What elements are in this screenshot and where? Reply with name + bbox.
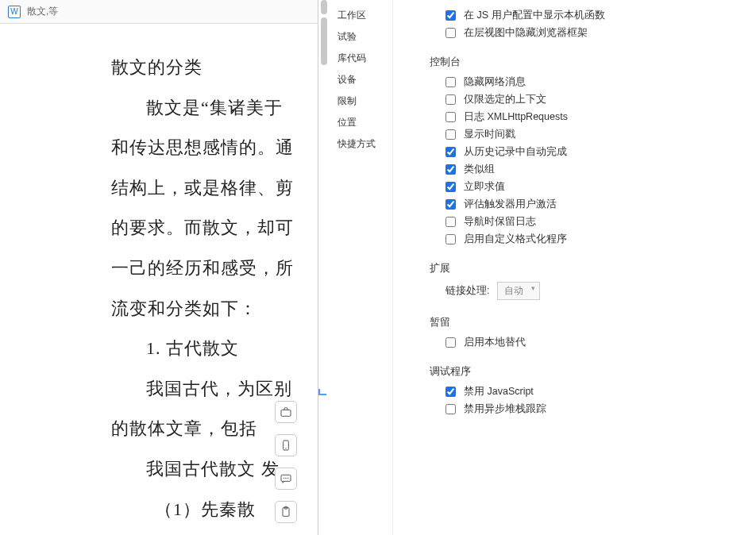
checkbox[interactable] [446, 164, 456, 175]
svg-rect-0 [281, 410, 291, 416]
checkbox[interactable] [446, 387, 456, 397]
doc-line: 1. 古代散文 [111, 329, 302, 369]
option-disable-async-stack[interactable]: 禁用异步堆栈跟踪 [446, 402, 748, 416]
doc-line: 结构上，或是格律、剪 [111, 168, 302, 209]
settings-sidebar: 工作区 试验 库代码 设备 限制 位置 快捷方式 [330, 0, 393, 535]
option-label: 隐藏网络消息 [464, 75, 526, 89]
checkbox[interactable] [446, 182, 456, 192]
devtools-pane: 工作区 试验 库代码 设备 限制 位置 快捷方式 在 JS 用户配置中显示本机函… [318, 0, 756, 535]
mobile-icon[interactable] [275, 434, 297, 456]
checkbox[interactable] [446, 404, 456, 414]
sidebar-item-library[interactable]: 库代码 [330, 48, 392, 69]
briefcase-icon[interactable] [275, 401, 297, 423]
word-file-icon: W [8, 6, 21, 18]
section-console: 控制台 [430, 56, 748, 69]
doc-line: 流变和分类如下： [111, 289, 302, 329]
option-label: 导航时保留日志 [464, 215, 536, 229]
option-hide-chrome-frame[interactable]: 在层视图中隐藏浏览器框架 [446, 26, 748, 40]
chat-icon[interactable] [275, 468, 297, 490]
option-label: 从历史记录中自动完成 [464, 145, 567, 159]
checkbox[interactable] [446, 10, 456, 21]
svg-point-5 [286, 478, 287, 479]
option-label: 在 JS 用户配置中显示本机函数 [464, 9, 605, 22]
sidebar-item-experiments[interactable]: 试验 [330, 26, 392, 48]
doc-line: 包括诸子散文 万 [111, 529, 302, 535]
option-label: 立即求值 [464, 180, 505, 194]
option-disable-js[interactable]: 禁用 JavaScript [446, 385, 748, 398]
option-label: 日志 XMLHttpRequests [464, 110, 568, 124]
option-log-xhr[interactable]: 日志 XMLHttpRequests [446, 110, 748, 124]
devtools-scrollbar[interactable] [321, 0, 327, 535]
option-autocomplete-history[interactable]: 从历史记录中自动完成 [446, 145, 748, 159]
section-persistence: 暂留 [430, 316, 748, 329]
option-timestamps[interactable]: 显示时间戳 [446, 128, 748, 141]
settings-content: 在 JS 用户配置中显示本机函数 在层视图中隐藏浏览器框架 控制台 隐藏网络消息… [398, 0, 756, 535]
option-preserve-log[interactable]: 导航时保留日志 [446, 215, 748, 229]
checkbox[interactable] [446, 112, 456, 122]
section-extensions: 扩展 [430, 262, 748, 275]
svg-point-4 [284, 478, 284, 479]
option-label: 启用自定义格式化程序 [464, 233, 567, 246]
option-user-activation[interactable]: 评估触发器用户激活 [446, 198, 748, 211]
option-custom-formatters[interactable]: 启用自定义格式化程序 [446, 233, 748, 246]
doc-line: 和传达思想感情的。通 [111, 128, 302, 168]
document-title: 散文,等 [27, 5, 58, 18]
option-label: 启用本地替代 [464, 336, 526, 349]
sidebar-item-shortcuts[interactable]: 快捷方式 [330, 133, 392, 155]
document-pane: W 散文,等 散文的分类 散文是“集诸美于 和传达思想感情的。通 结构上，或是格… [0, 0, 318, 535]
option-local-overrides[interactable]: 启用本地替代 [446, 336, 748, 349]
doc-line: 散文是“集诸美于 [111, 88, 302, 129]
svg-point-6 [287, 478, 288, 479]
floating-toolbar [270, 401, 302, 523]
option-selected-context[interactable]: 仅限选定的上下文 [446, 93, 748, 106]
sidebar-item-workspace[interactable]: 工作区 [330, 5, 392, 26]
sidebar-item-devices[interactable]: 设备 [330, 69, 392, 90]
link-handling-select[interactable]: 自动 [497, 282, 540, 300]
option-label: 禁用 JavaScript [464, 385, 534, 398]
link-handling-label: 链接处理: [446, 284, 489, 298]
scroll-marker-icon [318, 389, 326, 395]
checkbox[interactable] [446, 199, 456, 210]
option-label: 类似组 [464, 163, 495, 176]
document-tab[interactable]: W 散文,等 [0, 0, 318, 24]
checkbox[interactable] [446, 147, 456, 157]
checkbox[interactable] [446, 234, 456, 244]
option-label: 评估触发器用户激活 [464, 198, 557, 211]
option-group-similar[interactable]: 类似组 [446, 163, 748, 176]
clipboard-icon[interactable] [275, 501, 297, 523]
option-label: 在层视图中隐藏浏览器框架 [464, 26, 588, 40]
option-show-native[interactable]: 在 JS 用户配置中显示本机函数 [446, 9, 748, 22]
checkbox[interactable] [446, 77, 456, 87]
sidebar-item-locations[interactable]: 位置 [330, 112, 392, 133]
checkbox[interactable] [446, 337, 456, 348]
option-eager-eval[interactable]: 立即求值 [446, 180, 748, 194]
option-label: 仅限选定的上下文 [464, 93, 546, 106]
checkbox[interactable] [446, 94, 456, 105]
section-debugger: 调试程序 [430, 365, 748, 379]
checkbox[interactable] [446, 129, 456, 140]
link-handling-row: 链接处理: 自动 [446, 282, 748, 300]
sidebar-item-throttling[interactable]: 限制 [330, 90, 392, 112]
checkbox[interactable] [446, 28, 456, 38]
doc-line: 散文的分类 [111, 48, 302, 88]
option-hide-network[interactable]: 隐藏网络消息 [446, 75, 748, 89]
option-label: 显示时间戳 [464, 128, 515, 141]
doc-line: 的要求。而散文，却可 [111, 208, 302, 248]
option-label: 禁用异步堆栈跟踪 [464, 402, 546, 416]
checkbox[interactable] [446, 217, 456, 227]
doc-line: 一己的经历和感受，所 [111, 248, 302, 289]
